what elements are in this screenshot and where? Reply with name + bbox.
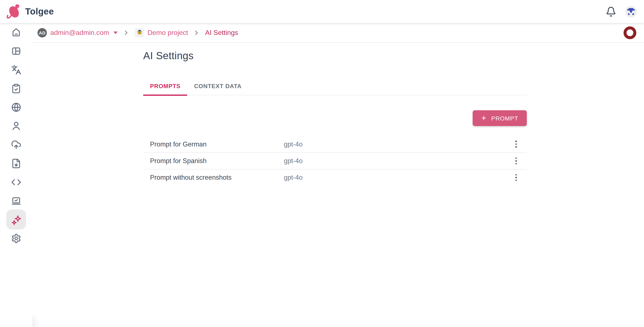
home-icon: [11, 27, 21, 37]
tab-context-data[interactable]: CONTEXT DATA: [187, 77, 248, 95]
plus-icon: +: [481, 113, 486, 122]
prompt-name: Prompt without screenshots: [150, 174, 284, 181]
sidebar-item-dashboard[interactable]: [0, 42, 32, 60]
prompt-model: gpt-4o: [284, 174, 506, 181]
sidebar-item-ai[interactable]: [0, 210, 32, 229]
row-menu-button[interactable]: [509, 154, 524, 168]
translate-icon: [11, 65, 21, 75]
user-email: admin@admin.com: [50, 29, 109, 36]
prompt-row[interactable]: Prompt for German gpt-4o: [143, 136, 527, 152]
cloud-upload-icon: [11, 140, 21, 150]
row-menu-button[interactable]: [509, 170, 524, 185]
user-menu-avatar[interactable]: [625, 6, 637, 17]
prompt-list: Prompt for German gpt-4o Prompt for Span…: [143, 136, 527, 186]
add-prompt-label: PROMPT: [491, 115, 518, 122]
project-avatar-icon: [135, 28, 144, 37]
sidebar-item-export[interactable]: [0, 154, 32, 173]
breadcrumb: AD admin@admin.com Demo project AI Setti…: [32, 23, 644, 42]
project-name: Demo project: [148, 29, 188, 36]
page-title: AI Settings: [143, 42, 527, 62]
main-content: AI Settings PROMPTS CONTEXT DATA + PROMP…: [143, 42, 527, 186]
sidebar-item-home[interactable]: [0, 23, 32, 42]
sparkles-icon: [11, 214, 22, 225]
laptop-check-icon: [11, 196, 21, 206]
user-initials-avatar: AD: [38, 28, 47, 37]
prompt-model: gpt-4o: [284, 157, 506, 165]
sidebar-item-languages[interactable]: [0, 98, 32, 117]
notifications-button[interactable]: [603, 3, 619, 19]
top-bar: Tolgee: [0, 0, 644, 23]
dashboard-icon: [11, 46, 21, 56]
tab-prompts[interactable]: PROMPTS: [143, 77, 187, 95]
topbar-actions: [603, 3, 637, 19]
tolgee-mouse-logo-icon: [6, 3, 21, 20]
user-icon: [11, 121, 21, 131]
bell-icon: [606, 6, 616, 17]
brand-link[interactable]: Tolgee: [6, 3, 54, 20]
sidebar-item-translations[interactable]: [0, 60, 32, 79]
tab-bar: PROMPTS CONTEXT DATA: [143, 77, 527, 95]
sidebar-item-developer[interactable]: [0, 173, 32, 192]
breadcrumb-separator-icon: [123, 29, 130, 36]
sidebar-item-members[interactable]: [0, 117, 32, 135]
chevron-down-icon: [113, 31, 118, 34]
prompt-row[interactable]: Prompt for Spanish gpt-4o: [143, 152, 527, 169]
sidebar-item-tasks[interactable]: [0, 79, 32, 98]
breadcrumb-separator-icon: [193, 29, 200, 36]
identicon-icon: [625, 6, 637, 17]
add-prompt-button[interactable]: + PROMPT: [473, 110, 527, 126]
prompt-name: Prompt for Spanish: [150, 157, 284, 165]
project-sidebar: [0, 23, 32, 327]
breadcrumb-current-page: AI Settings: [205, 29, 238, 36]
sidebar-item-import[interactable]: [0, 135, 32, 154]
prompt-model: gpt-4o: [284, 140, 506, 148]
file-download-icon: [11, 158, 21, 169]
row-menu-button[interactable]: [509, 137, 524, 151]
sidebar-item-settings[interactable]: [0, 229, 32, 248]
gear-icon: [11, 233, 21, 244]
loading-spinner: [624, 26, 636, 39]
prompt-row[interactable]: Prompt without screenshots gpt-4o: [143, 169, 527, 186]
prompt-name: Prompt for German: [150, 140, 284, 148]
user-menu-breadcrumb[interactable]: AD admin@admin.com: [38, 28, 118, 37]
code-icon: [11, 177, 21, 187]
clipboard-check-icon: [11, 83, 21, 94]
breadcrumb-project-link[interactable]: Demo project: [135, 28, 188, 37]
app-root: Tolgee: [0, 0, 644, 327]
sidebar-item-integrate[interactable]: [0, 192, 32, 210]
brand-name: Tolgee: [25, 6, 54, 16]
globe-icon: [11, 102, 21, 112]
